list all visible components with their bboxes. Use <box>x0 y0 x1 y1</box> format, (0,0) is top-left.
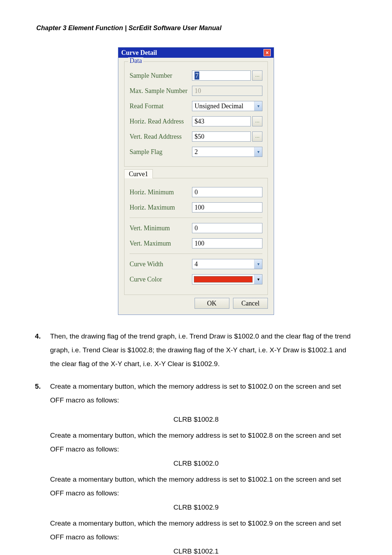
chevron-down-icon[interactable]: ▾ <box>254 147 262 157</box>
dialog-titlebar[interactable]: Curve Detail × <box>118 48 274 58</box>
h-max-input[interactable]: 100 <box>192 202 262 212</box>
curve-detail-dialog: Curve Detail × Data Sample Number 7 … Ma… <box>118 47 274 315</box>
read-format-value: Unsigned Decimal <box>192 101 254 111</box>
page-header: Chapter 3 Element Function | ScrEdit Sof… <box>36 25 356 31</box>
horiz-addr-input[interactable]: $43 <box>192 116 251 126</box>
v-max-label: Vert. Maximum <box>130 240 192 247</box>
h-min-label: Horiz. Minimum <box>130 189 192 195</box>
horiz-addr-label: Horiz. Read Address <box>130 118 192 125</box>
v-max-input[interactable]: 100 <box>192 238 262 248</box>
chevron-down-icon[interactable]: ▾ <box>254 275 262 284</box>
vert-addr-input[interactable]: $50 <box>192 131 251 142</box>
body-paragraph: Create a momentary button, which the mem… <box>50 429 356 456</box>
max-sample-input: 10 <box>192 86 262 96</box>
list-item: Create a momentary button, which the mem… <box>46 380 356 407</box>
horiz-addr-browse-button[interactable]: … <box>252 116 262 126</box>
chevron-down-icon[interactable]: ▾ <box>254 259 262 269</box>
sample-flag-value: 2 <box>192 147 254 157</box>
v-min-input[interactable]: 0 <box>192 223 262 233</box>
h-max-label: Horiz. Maximum <box>130 204 192 211</box>
sample-number-browse-button[interactable]: … <box>252 70 262 81</box>
sample-number-input[interactable]: 7 <box>192 70 251 81</box>
item5-intro: Create a momentary button, which the mem… <box>50 382 341 404</box>
h-min-input[interactable]: 0 <box>192 187 262 197</box>
sample-flag-label: Sample Flag <box>130 149 192 155</box>
dialog-title: Curve Detail <box>121 49 157 56</box>
max-sample-label: Max. Sample Number <box>130 88 192 94</box>
list-item: Then, the drawing flag of the trend grap… <box>46 329 356 371</box>
code-line: CLRB $1002.0 <box>36 460 356 467</box>
read-format-combo[interactable]: Unsigned Decimal ▾ <box>192 101 262 111</box>
body-paragraph: Create a momentary button, which the mem… <box>50 516 356 544</box>
color-swatch <box>194 276 253 283</box>
curve-width-label: Curve Width <box>130 261 192 267</box>
fieldset-legend: Data <box>128 57 143 64</box>
sample-flag-combo[interactable]: 2 ▾ <box>192 147 262 157</box>
data-fieldset: Data Sample Number 7 … Max. Sample Numbe… <box>124 61 268 167</box>
chevron-down-icon[interactable]: ▾ <box>254 101 262 111</box>
code-line: CLRB $1002.1 <box>36 548 356 555</box>
close-icon[interactable]: × <box>264 49 271 56</box>
read-format-label: Read Format <box>130 103 192 109</box>
sample-number-label: Sample Number <box>130 72 192 79</box>
curve-color-combo[interactable]: ▾ <box>192 274 262 284</box>
cancel-button[interactable]: Cancel <box>233 298 268 309</box>
tab-curve1[interactable]: Curve1 <box>124 169 153 178</box>
vert-addr-browse-button[interactable]: … <box>252 131 262 142</box>
tab-page: Horiz. Minimum 0 Horiz. Maximum 100 Vert… <box>124 178 268 295</box>
vert-addr-label: Vert. Read Addtress <box>130 133 192 140</box>
curve-width-value: 4 <box>192 259 254 269</box>
body-paragraph: Create a momentary button, which the mem… <box>50 473 356 500</box>
code-line: CLRB $1002.9 <box>36 504 356 511</box>
ok-button[interactable]: OK <box>195 298 229 309</box>
v-min-label: Vert. Minimum <box>130 225 192 231</box>
code-line: CLRB $1002.8 <box>36 416 356 423</box>
curve-color-label: Curve Color <box>130 276 192 283</box>
curve-width-combo[interactable]: 4 ▾ <box>192 259 262 269</box>
